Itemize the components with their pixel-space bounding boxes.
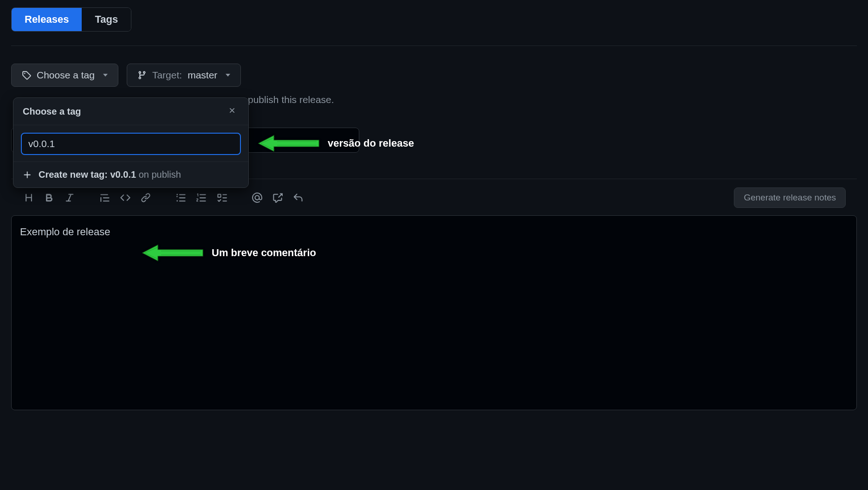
plus-icon	[23, 170, 32, 180]
italic-button[interactable]	[63, 191, 76, 204]
reply-icon	[293, 193, 303, 203]
italic-icon	[65, 193, 75, 203]
heading-button[interactable]	[22, 191, 35, 204]
quote-button[interactable]	[98, 191, 111, 204]
create-tag-option[interactable]: Create new tag: v0.0.1 on publish	[13, 161, 248, 187]
link-button[interactable]	[139, 191, 152, 204]
list-ordered-icon	[196, 193, 207, 203]
create-tag-suffix: on publish	[139, 169, 181, 180]
close-icon	[228, 106, 236, 115]
cross-reference-button[interactable]	[271, 191, 284, 204]
list-unordered-icon	[176, 193, 186, 203]
reply-button[interactable]	[291, 191, 304, 204]
close-button[interactable]	[225, 104, 239, 118]
choose-tag-label: Choose a tag	[37, 70, 95, 81]
tab-tags[interactable]: Tags	[82, 8, 131, 31]
generate-release-notes-button[interactable]: Generate release notes	[734, 187, 846, 208]
mention-button[interactable]	[251, 191, 264, 204]
tag-icon	[22, 71, 31, 80]
tasklist-icon	[217, 193, 227, 203]
tab-releases[interactable]: Releases	[12, 8, 82, 31]
tag-dropdown-panel: Choose a tag Create new tag: v0.0.1 on p…	[13, 97, 249, 188]
editor-section: Generate release notes	[11, 179, 857, 412]
dropdown-title: Choose a tag	[23, 106, 81, 117]
choose-tag-button[interactable]: Choose a tag	[11, 64, 118, 87]
code-button[interactable]	[119, 191, 132, 204]
caret-down-icon	[103, 74, 108, 77]
section-divider	[11, 45, 857, 46]
unordered-list-button[interactable]	[175, 191, 188, 204]
code-icon	[120, 193, 130, 203]
tabs-nav: Releases Tags	[11, 7, 131, 32]
bold-button[interactable]	[43, 191, 56, 204]
bold-icon	[44, 193, 54, 203]
git-branch-icon	[137, 71, 147, 80]
target-label: Target:	[152, 70, 182, 81]
helper-text: publish this release.	[248, 94, 857, 105]
heading-icon	[24, 193, 34, 203]
tasklist-button[interactable]	[215, 191, 228, 204]
target-branch-button[interactable]: Target: master	[127, 64, 241, 87]
link-icon	[141, 193, 151, 203]
release-description-textarea[interactable]	[11, 215, 857, 410]
create-tag-prefix: Create new tag:	[39, 169, 108, 180]
mention-icon	[252, 193, 262, 203]
caret-down-icon	[226, 74, 230, 77]
ordered-list-button[interactable]	[195, 191, 208, 204]
dropdown-input-wrap	[13, 125, 248, 161]
cross-reference-icon	[272, 193, 283, 203]
create-tag-name: v0.0.1	[110, 169, 136, 180]
dropdown-header: Choose a tag	[13, 98, 248, 125]
tag-search-input[interactable]	[21, 133, 241, 155]
release-controls: Choose a tag Target: master	[11, 64, 857, 87]
target-branch-value: master	[188, 70, 217, 81]
markdown-toolbar: Generate release notes	[11, 186, 857, 210]
quote-icon	[100, 193, 110, 203]
